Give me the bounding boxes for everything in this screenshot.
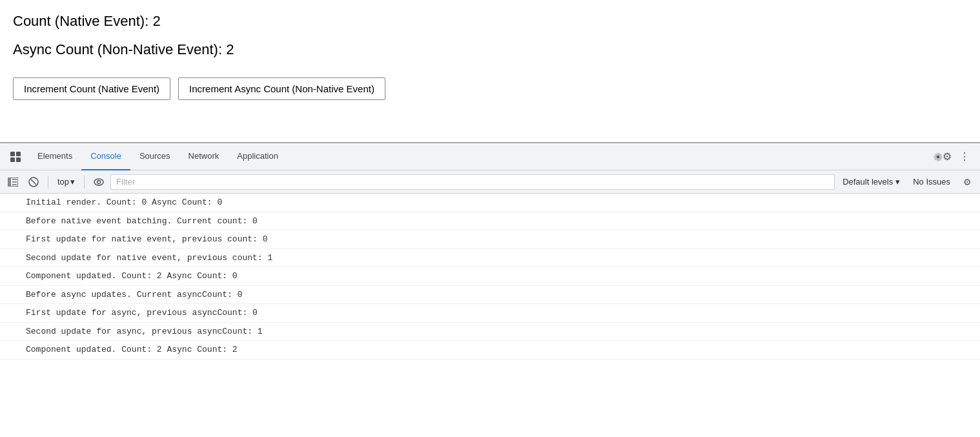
default-levels-button[interactable]: Default levels [837,176,905,188]
console-line: Component updated. Count: 2 Async Count:… [0,341,980,360]
increment-native-button[interactable]: Increment Count (Native Event) [13,77,170,100]
console-line: Component updated. Count: 2 Async Count:… [0,267,980,286]
sidebar-toggle-button[interactable] [4,173,22,191]
svg-point-12 [97,180,101,183]
console-output: Initial render. Count: 0 Async Count: 0B… [0,194,980,437]
tab-elements[interactable]: Elements [28,143,81,170]
console-line: Before async updates. Current asyncCount… [0,286,980,305]
settings-icon[interactable]: ⚙ [934,148,952,166]
devtools-tabs-right: ⚙ ⋮ [934,148,977,166]
context-selector[interactable]: top [54,176,79,188]
console-line: Second update for native event, previous… [0,249,980,268]
buttons-row: Increment Count (Native Event) Increment… [13,77,967,100]
issues-settings-button[interactable]: ⚙ [958,173,976,191]
toolbar-separator-2 [84,176,85,188]
async-count-display: Async Count (Non-Native Event): 2 [13,41,967,58]
svg-rect-5 [8,178,11,187]
more-options-icon[interactable]: ⋮ [955,148,974,166]
svg-rect-1 [16,152,21,156]
console-line: Before native event batching. Current co… [0,212,980,231]
tab-sources[interactable]: Sources [130,143,179,170]
devtools-logo [3,150,28,163]
console-line: First update for async, previous asyncCo… [0,304,980,323]
console-line: Second update for async, previous asyncC… [0,323,980,341]
console-line: Initial render. Count: 0 Async Count: 0 [0,194,980,212]
devtools-toolbar: top Default levels No Issues ⚙ [0,170,980,194]
count-display: Count (Native Event): 2 [13,13,967,30]
no-issues-badge: No Issues [908,176,955,188]
devtools-panel: Elements Console Sources Network Applica… [0,142,980,437]
filter-input[interactable] [110,174,835,190]
page-content: Count (Native Event): 2 Async Count (Non… [0,0,980,142]
increment-async-button[interactable]: Increment Async Count (Non-Native Event) [178,77,385,100]
toolbar-separator [48,176,48,188]
tab-network[interactable]: Network [179,143,229,170]
clear-console-button[interactable] [25,173,43,191]
chevron-down-icon [70,177,75,187]
tab-console[interactable]: Console [81,143,130,170]
svg-rect-3 [16,158,21,162]
svg-rect-0 [10,152,15,156]
devtools-tabs-bar: Elements Console Sources Network Applica… [0,143,980,170]
eye-icon-button[interactable] [90,173,108,191]
svg-rect-2 [10,158,15,162]
chevron-down-levels-icon [895,177,900,187]
console-line: First update for native event, previous … [0,230,980,249]
svg-point-11 [94,179,103,185]
tab-application[interactable]: Application [228,143,287,170]
svg-line-10 [31,179,36,185]
